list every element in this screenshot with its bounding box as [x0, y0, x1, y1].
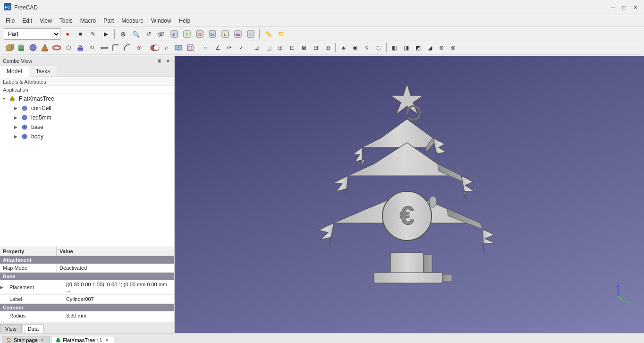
tree-arrow-led5mm: ▶	[14, 115, 21, 120]
tab-start-page[interactable]: 🏠 Start page ✕	[2, 336, 50, 343]
measure-tool6[interactable]: ⊟	[310, 42, 322, 53]
start-page-close[interactable]: ✕	[40, 337, 45, 343]
combo-close-button[interactable]: ✕	[165, 58, 171, 64]
open-folder-button[interactable]: 📁	[275, 28, 287, 40]
part-tool6[interactable]: ⊜	[448, 42, 459, 53]
tab-flatxmastree[interactable]: 🌲 FlatXmasTree : 1 ✕	[51, 336, 114, 343]
tree-area: Labels & Attributes Application ▼ FlatXm…	[0, 77, 174, 172]
tree-icon-base	[21, 123, 28, 131]
menu-macro[interactable]: Macro	[76, 17, 100, 25]
sphere-button[interactable]	[27, 42, 39, 53]
menu-part[interactable]: Part	[100, 17, 118, 25]
boolean-intersect-button[interactable]: ∩	[161, 42, 172, 53]
check-geometry-button[interactable]: ✓	[236, 42, 247, 53]
tree-item-base[interactable]: ▶ base	[0, 122, 174, 132]
svg-rect-18	[7, 46, 11, 51]
tree-label-base: base	[31, 124, 43, 130]
menu-file[interactable]: File	[2, 17, 18, 25]
view-front-button[interactable]: F	[169, 28, 180, 40]
revolve-button[interactable]: ↻	[86, 42, 98, 53]
scene-tool3[interactable]: ◊	[361, 42, 373, 53]
menu-window[interactable]: Window	[147, 17, 175, 25]
svg-point-37	[22, 106, 27, 111]
measure-button[interactable]: 📏	[263, 28, 274, 40]
record-button[interactable]: ●	[62, 28, 73, 40]
tree-item-body[interactable]: ▶ body	[0, 132, 174, 141]
close-button[interactable]: ✕	[631, 3, 640, 12]
stop-button[interactable]: ■	[75, 28, 86, 40]
create-shape-button[interactable]: ⬡	[63, 42, 74, 53]
menu-measure[interactable]: Measure	[118, 17, 147, 25]
minimize-button[interactable]: ─	[608, 3, 618, 12]
mirror-button[interactable]: ⟺	[98, 42, 110, 53]
property-row-placement[interactable]: ▶ Placement [(0.00 0.00 1.00); 0.00 °; (…	[0, 280, 174, 295]
measure-tool2[interactable]: ◫	[263, 42, 274, 53]
fillet-button[interactable]	[110, 42, 121, 53]
measure-tool3[interactable]: ⊞	[275, 42, 286, 53]
isometric-button[interactable]	[156, 28, 167, 40]
view-iso-button[interactable]: I	[245, 28, 256, 40]
part-tool2[interactable]: ◨	[400, 42, 412, 53]
refresh-button[interactable]: ⟳	[224, 42, 235, 53]
tab-data[interactable]: Data	[23, 324, 44, 333]
boolean-union-button[interactable]: ⊕	[134, 42, 145, 53]
rotate-button[interactable]: ↺	[143, 28, 154, 40]
scene-tool2[interactable]: ◉	[349, 42, 361, 53]
chamfer-button[interactable]	[122, 42, 133, 53]
part-tool3[interactable]: ◩	[412, 42, 424, 53]
view-top-button[interactable]: T	[181, 28, 193, 40]
tree-item-root[interactable]: ▼ FlatXmasTree	[0, 94, 174, 103]
save-macro-button[interactable]: ✎	[87, 28, 99, 40]
viewport[interactable]: € Z Y	[175, 56, 644, 333]
boolean-cut-button[interactable]	[149, 42, 161, 53]
tree-item-led5mm[interactable]: ▶ led5mm	[0, 113, 174, 122]
cone-button[interactable]	[39, 42, 51, 53]
run-macro-button[interactable]: ▶	[100, 28, 111, 40]
measure-tool7[interactable]: ⊞	[322, 42, 333, 53]
tab-view[interactable]: View	[0, 324, 22, 333]
measure-angular-button[interactable]: ∠	[212, 42, 223, 53]
zoom-in-button[interactable]: 🔍	[130, 28, 142, 40]
combo-float-button[interactable]: ⊞	[156, 58, 163, 64]
view-left-button[interactable]: L	[220, 28, 231, 40]
extrude-button[interactable]	[75, 42, 86, 53]
section-button[interactable]	[173, 42, 184, 53]
box-button[interactable]	[4, 42, 15, 53]
tree-label-led5mm: led5mm	[31, 114, 51, 121]
menu-help[interactable]: Help	[175, 17, 195, 25]
property-col-header-value: Value	[57, 247, 76, 256]
part-tool1[interactable]: ◧	[389, 42, 400, 53]
workbench-selector[interactable]: Part	[4, 28, 60, 40]
flatxmastree-close[interactable]: ✕	[104, 337, 110, 343]
tab-tasks[interactable]: Tasks	[29, 66, 58, 77]
measure-linear-button[interactable]: ↔	[200, 42, 212, 53]
menu-tools[interactable]: Tools	[56, 17, 76, 25]
view-back-button[interactable]: Bk	[207, 28, 218, 40]
property-group-cylinder: Cylinder	[0, 304, 174, 311]
menu-view[interactable]: View	[36, 17, 56, 25]
measure-tool4[interactable]: ⊡	[287, 42, 298, 53]
expand-placement[interactable]: ▶	[0, 285, 7, 290]
view-right-button[interactable]: R	[194, 28, 205, 40]
offset-button[interactable]	[185, 42, 196, 53]
cylinder-button[interactable]	[16, 42, 27, 53]
sep5	[249, 43, 249, 52]
property-col-header-property: Property	[0, 247, 57, 256]
measure-tool1[interactable]: ⊿	[251, 42, 263, 53]
menu-edit[interactable]: Edit	[18, 17, 36, 25]
tab-model[interactable]: Model	[0, 66, 29, 77]
part-tool5[interactable]: ⊛	[436, 42, 447, 53]
part-tool4[interactable]: ◪	[424, 42, 435, 53]
view-bottom-button[interactable]: Bo	[232, 28, 244, 40]
maximize-button[interactable]: □	[619, 3, 629, 12]
torus-button[interactable]	[51, 42, 62, 53]
svg-marker-28	[78, 45, 83, 48]
zoom-fit-button[interactable]: ⊕	[118, 28, 129, 40]
tree-item-coincell[interactable]: ▶ coinCell	[0, 103, 174, 113]
toolbar-row-1: Part ● ■ ✎ ▶ ⊕ 🔍 ↺ F T R Bk L	[2, 27, 642, 41]
property-group-attachment: Attachment	[0, 256, 174, 264]
property-row-radius: ▶ Radius 3.30 mm	[0, 311, 174, 320]
scene-tool1[interactable]: ◈	[338, 42, 349, 53]
scene-tool4[interactable]: ◌	[373, 42, 384, 53]
measure-tool5[interactable]: ⊠	[298, 42, 310, 53]
